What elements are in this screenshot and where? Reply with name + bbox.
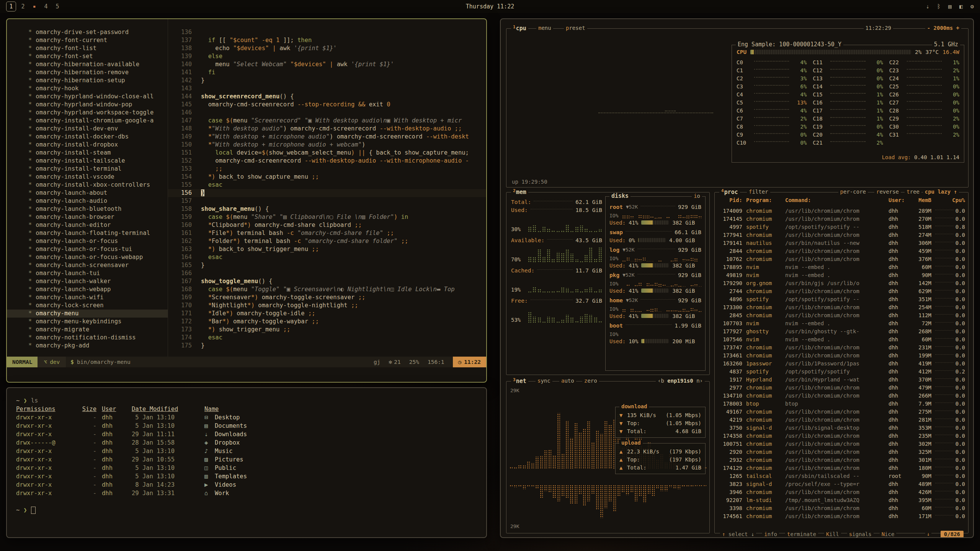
workspace-button[interactable]: 2 (18, 2, 28, 11)
process-row[interactable]: 4837spotify/opt/spotify/spotifydhh412M0.… (715, 368, 968, 376)
file-tree-item[interactable]: *omarchy-launch-screensaver (7, 261, 168, 269)
process-row[interactable]: 173747chromium/usr/lib/chromium/chromdhh… (715, 344, 968, 352)
process-row[interactable]: 4997spotify/opt/spotify/spotify --dhh518… (715, 223, 968, 231)
process-row[interactable]: 3750signal-d/usr/lib/signal-desktopdhh35… (715, 424, 968, 432)
file-tree-item[interactable]: *omarchy-install-chromium-google-a (7, 117, 168, 125)
file-tree-item[interactable]: *omarchy-notification-dismiss (7, 334, 168, 342)
process-row[interactable]: 2932chromium/usr/lib/chromium/chromdhh30… (715, 456, 968, 464)
workspace-button[interactable]: 4 (41, 2, 51, 11)
file-tree-item[interactable]: *omarchy-install-xbox-controllers (7, 181, 168, 189)
bluetooth-icon[interactable]: ᛒ (937, 3, 941, 10)
process-row[interactable]: 107546nvimnvim --embed .dhh60M0.0 (715, 336, 968, 344)
proc-percore-toggle[interactable]: per-core (838, 189, 868, 195)
process-row[interactable]: 4219chromium/usr/lib/chromium/chromdhh28… (715, 416, 968, 424)
file-tree-item[interactable]: *omarchy-install-dev-env (7, 125, 168, 133)
process-row[interactable]: 3823signal-d/proc/self/exe --type=rdhh48… (715, 480, 968, 488)
btop-menu-button[interactable]: menu (536, 25, 553, 31)
file-tree-item[interactable]: *omarchy-install-steam (7, 149, 168, 157)
btop-hint[interactable]: Nice (880, 531, 897, 537)
file-tree-item[interactable]: *omarchy-hyprland-window-close-all (7, 93, 168, 101)
btop-hint[interactable]: signals (847, 531, 874, 537)
process-row[interactable]: 49819nvimnvim --embed .dhh90M0.0 (715, 271, 968, 279)
file-tree-item[interactable]: *omarchy-hibernation-remove (7, 68, 168, 77)
arrow-down-icon[interactable]: ⇣ (926, 3, 929, 10)
workspace-button[interactable]: 1 (6, 2, 16, 11)
proc-filter-button[interactable]: filter (747, 189, 770, 195)
prompt-line-2[interactable]: ~ ❯ (16, 506, 486, 514)
proc-sort-selector[interactable]: cpu lazy ↑ (923, 189, 959, 195)
btop-preset-button[interactable]: preset (564, 25, 587, 31)
net-sync-toggle[interactable]: sync (536, 378, 552, 384)
update-interval-control[interactable]: - 2000ms + (925, 25, 961, 31)
process-row[interactable]: 134710chromium/usr/lib/chromium/chromdhh… (715, 392, 968, 400)
process-row[interactable]: 3946chromium/usr/lib/chromium/chromdhh42… (715, 488, 968, 496)
volume-icon[interactable]: ◧ (959, 3, 963, 10)
file-tree-item[interactable]: *omarchy-menu-keybindings (7, 318, 168, 326)
terminal-window[interactable]: ~ ❯ ls PermissionsSizeUserDate ModifiedN… (6, 387, 487, 538)
process-row[interactable]: 107703nvimnvim --embed .dhh72M0.0 (715, 320, 968, 328)
process-row[interactable]: 10762chromium/usr/lib/chromium/chromdhh3… (715, 255, 968, 263)
file-tree-item[interactable]: *omarchy-font-current (7, 36, 168, 44)
file-tree-item[interactable]: *omarchy-lock-screen (7, 302, 168, 310)
file-tree-item[interactable]: *omarchy-launch-wifi (7, 293, 168, 302)
process-row[interactable]: 2977chromium/usr/lib/chromium/chromdhh47… (715, 384, 968, 392)
file-tree-item[interactable]: *omarchy-install-docker-dbs (7, 133, 168, 141)
file-tree-item[interactable]: *omarchy-migrate (7, 326, 168, 334)
file-tree-item[interactable]: *omarchy-launch-or-focus-tui (7, 245, 168, 253)
file-tree-item[interactable]: *omarchy-launch-tui (7, 269, 168, 277)
workspace-button[interactable]: 5 (53, 2, 62, 11)
proc-tree-toggle[interactable]: tree (905, 189, 921, 195)
process-row[interactable]: 174009chromium/usr/lib/chromium/chromdhh… (715, 207, 968, 215)
process-row[interactable]: 2844chromium/usr/lib/chromium/chromdhh45… (715, 247, 968, 255)
process-row[interactable]: 179141nautilus/usr/bin/nautilus --newdhh… (715, 239, 968, 247)
process-row[interactable]: 92207lm-studi/tmp/.mount_lmstudw3AZQdhh3… (715, 496, 968, 504)
process-row[interactable]: 174129chromium/usr/lib/chromium/chromdhh… (715, 464, 968, 472)
process-row[interactable]: 178003btopbtopdhh7.9M0.0 (715, 400, 968, 408)
process-row[interactable]: 2744chromium/usr/lib/chromium/chromdhh62… (715, 287, 968, 295)
process-row[interactable]: 1917Hyprland/usr/bin/Hyprland --watdhh37… (715, 376, 968, 384)
process-row[interactable]: 178895nvimnvim --embed .dhh60M0.0 (715, 263, 968, 271)
net-interface-switch[interactable]: ‹b enp191s0 n› (656, 378, 705, 384)
file-tree-item[interactable]: *omarchy-launch-audio (7, 197, 168, 205)
process-row[interactable]: 173300chromium/usr/lib/chromium/chromdhh… (715, 303, 968, 311)
file-tree-item[interactable]: *omarchy-launch-or-focus (7, 237, 168, 245)
power-icon[interactable]: ⚙ (970, 3, 974, 10)
process-row[interactable]: 1265tailscal/usr/sbin/tailscaled --root9… (715, 472, 968, 480)
process-row[interactable]: 173461chromium/usr/lib/chromium/chromdhh… (715, 352, 968, 360)
btop-hint[interactable]: ↑ select ↓ (720, 531, 756, 537)
scroll-down-icon[interactable]: ↓ (925, 531, 931, 537)
file-tree-item[interactable]: *omarchy-install-terminal (7, 165, 168, 173)
process-row[interactable]: 174561chromium/usr/lib/chromium/chromdhh… (715, 512, 968, 520)
file-tree-item[interactable]: *omarchy-launch-or-focus-webapp (7, 253, 168, 261)
file-tree-item[interactable]: *omarchy-install-tailscale (7, 157, 168, 165)
file-tree-item[interactable]: *omarchy-hyprland-workspace-toggle (7, 109, 168, 117)
process-row[interactable]: 174358chromium/usr/lib/chromium/chromdhh… (715, 432, 968, 440)
process-row[interactable]: 177927ghostty/usr/bin/ghostty --gtk-dhh2… (715, 328, 968, 336)
btop-hint[interactable]: info (762, 531, 779, 537)
file-tree-item[interactable]: *omarchy-install-vscode (7, 173, 168, 181)
btop-hint[interactable]: terminate (785, 531, 818, 537)
process-row[interactable]: 2845chromium/usr/lib/chromium/chromdhh11… (715, 311, 968, 320)
file-tree-item[interactable]: *omarchy-font-set (7, 52, 168, 60)
net-auto-toggle[interactable]: auto (559, 378, 576, 384)
file-tree-item[interactable]: *omarchy-font-list (7, 44, 168, 52)
file-tree-item[interactable]: *omarchy-hook (7, 85, 168, 93)
file-tree-item[interactable]: *omarchy-hibernation-setup (7, 77, 168, 85)
io-mode-toggle[interactable]: io (692, 193, 702, 199)
process-row[interactable]: 177941chromium/usr/lib/chromium/chromdhh… (715, 231, 968, 239)
file-tree-item[interactable]: *omarchy-launch-about (7, 189, 168, 197)
file-tree-item[interactable]: *omarchy-launch-webapp (7, 285, 168, 293)
process-list[interactable]: 174009chromium/usr/lib/chromium/chromdhh… (715, 207, 968, 525)
code-buffer[interactable]: 136137 if [[ "$count" -eq 1 ]]; then138 … (168, 19, 486, 357)
process-row[interactable]: 100751chromium/usr/lib/chromium/chromdhh… (715, 440, 968, 448)
file-tree-item[interactable]: *omarchy-launch-editor (7, 221, 168, 229)
file-tree-item[interactable]: *omarchy-pkg-add (7, 342, 168, 350)
proc-reverse-toggle[interactable]: reverse (874, 189, 901, 195)
file-tree-item[interactable]: *omarchy-launch-floating-terminal (7, 229, 168, 237)
file-tree-item[interactable]: *omarchy-drive-set-password (7, 28, 168, 36)
process-row[interactable]: 4896spotify/opt/spotify/spotify --dhh351… (715, 295, 968, 303)
process-row[interactable]: 179290org.gnom/usr/bin/gjs /usr/lib/odhh… (715, 279, 968, 287)
process-row[interactable]: 2920chromium/usr/lib/chromium/chromdhh32… (715, 448, 968, 456)
keyboard-icon[interactable]: ▤ (948, 3, 952, 10)
process-row[interactable]: 3398chromium/usr/lib/chromium/chromdhh60… (715, 504, 968, 512)
